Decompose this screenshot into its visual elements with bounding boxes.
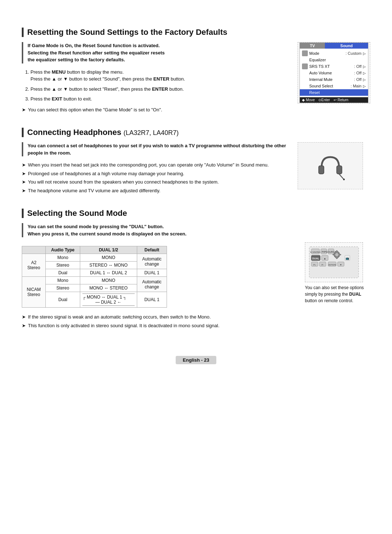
tv-menu-icon bbox=[302, 90, 308, 95]
tv-menu-footer: ◆ Move ⊙Enter ↩ Return bbox=[300, 97, 368, 103]
headphone-note-2: ➤ Prolonged use of headphones at a high … bbox=[22, 170, 290, 177]
section-soundmode-title: Selecting the Sound Mode bbox=[22, 209, 370, 218]
tv-menu-icon bbox=[302, 70, 308, 76]
section-reset-title: Resetting the Sound Settings to the Fact… bbox=[22, 28, 370, 37]
headphones-notes: ➤ When you insert the head set jack into… bbox=[22, 161, 290, 194]
tv-menu-row-srs: SRS TS XT : Off ▷ bbox=[300, 63, 368, 70]
reset-content: If Game Mode is On, the Reset Sound func… bbox=[22, 42, 290, 115]
tv-menu-icon bbox=[302, 83, 308, 89]
tv-menu-row-equalizer: Equalizer bbox=[300, 57, 368, 63]
reset-step-2: Press the ▲ or ▼ button to select "Reset… bbox=[30, 86, 290, 93]
tv-menu-icon bbox=[302, 50, 308, 56]
tv-menu-icon bbox=[302, 57, 308, 63]
headphone-illustration bbox=[298, 142, 363, 189]
headphone-note-3: ➤ You will not receive sound from the sp… bbox=[22, 178, 290, 186]
sound-mode-table: Audio Type DUAL 1/2 Default A2Stereo Mon… bbox=[22, 246, 167, 308]
page-number-wrap: English - 23 bbox=[22, 341, 370, 364]
reset-intro: If Game Mode is On, the Reset Sound func… bbox=[22, 42, 290, 63]
svg-text:▲: ▲ bbox=[324, 257, 326, 260]
tv-menu-header: TV Sound bbox=[300, 43, 368, 49]
tv-menu-icon bbox=[302, 63, 308, 69]
svg-text:P-: P- bbox=[322, 264, 324, 266]
headphone-svg bbox=[316, 151, 345, 180]
tv-menu-row-mode: Mode : Custom ▷ bbox=[300, 50, 368, 57]
svg-text:DUAL: DUAL bbox=[312, 257, 319, 260]
soundmode-remote: E.SAVING PIP SOURCE bbox=[305, 242, 370, 304]
svg-text:3STION: 3STION bbox=[328, 264, 336, 266]
headphone-image bbox=[298, 142, 370, 189]
soundmode-content: You can set the sound mode by pressing t… bbox=[22, 223, 370, 330]
svg-point-3 bbox=[343, 178, 345, 180]
soundmode-intro: You can set the sound mode by pressing t… bbox=[22, 223, 370, 237]
table-row: NICAMStereo Mono MONO Automaticchange bbox=[22, 277, 167, 284]
section-reset: Resetting the Sound Settings to the Fact… bbox=[22, 28, 370, 115]
tv-menu-row-autovolume: Auto Volume : Off ▷ bbox=[300, 70, 368, 76]
headphone-note-1: ➤ When you insert the head set jack into… bbox=[22, 161, 290, 169]
headphone-note-4: ➤ The headphone volume and TV volume are… bbox=[22, 187, 290, 194]
svg-rect-1 bbox=[337, 166, 342, 174]
soundmode-main: Audio Type DUAL 1/2 Default A2Stereo Mon… bbox=[22, 242, 370, 308]
tv-menu-icon bbox=[302, 77, 308, 82]
remote-illustration: E.SAVING PIP SOURCE bbox=[305, 242, 363, 282]
svg-text:E.SAVING: E.SAVING bbox=[310, 251, 320, 253]
svg-rect-0 bbox=[319, 166, 324, 174]
table-row: A2Stereo Mono MONO Automaticchange bbox=[22, 254, 167, 262]
soundmode-note-1: ➤ If the stereo signal is weak and an au… bbox=[22, 313, 370, 321]
svg-line-2 bbox=[339, 174, 343, 179]
headphones-content: You can connect a set of headphones to y… bbox=[22, 142, 290, 196]
section-headphones-title: Connecting Headphones (LA32R7, LA40R7) bbox=[22, 128, 370, 137]
tv-menu-image: TV Sound Mode : Custom ▷ Equalizer bbox=[298, 42, 370, 103]
tv-menu-rows: Mode : Custom ▷ Equalizer SRS TS XT : Of… bbox=[300, 49, 368, 97]
svg-text:P+: P+ bbox=[313, 264, 316, 266]
reset-step-3: Press the EXIT button to exit. bbox=[30, 95, 290, 103]
tv-menu-row-soundselect: Sound Select : Main ▷ bbox=[300, 83, 368, 89]
remote-svg: E.SAVING PIP SOURCE bbox=[309, 246, 359, 279]
svg-point-15 bbox=[335, 253, 339, 256]
tv-menu-row-internalmute: Internal Mute : Off ▷ bbox=[300, 76, 368, 83]
section-headphones: Connecting Headphones (LA32R7, LA40R7) Y… bbox=[22, 128, 370, 196]
soundmode-footer-notes: ➤ If the stereo signal is weak and an au… bbox=[22, 313, 370, 329]
reset-steps: Press the MENU button to display the men… bbox=[30, 69, 290, 103]
soundmode-note-2: ➤ This function is only activated in ste… bbox=[22, 322, 370, 329]
headphones-intro: You can connect a set of headphones to y… bbox=[22, 142, 290, 156]
page-number: English - 23 bbox=[176, 356, 217, 364]
section-soundmode: Selecting the Sound Mode You can set the… bbox=[22, 209, 370, 330]
reset-step-1: Press the MENU button to display the men… bbox=[30, 69, 290, 83]
svg-text:▼: ▼ bbox=[340, 264, 342, 266]
svg-text:📺: 📺 bbox=[346, 256, 349, 260]
soundmode-table-wrap: Audio Type DUAL 1/2 Default A2Stereo Mon… bbox=[22, 242, 298, 308]
tv-menu-row-reset: Reset bbox=[300, 89, 368, 96]
remote-note: You can also set these options simply by… bbox=[305, 284, 370, 304]
reset-notes: ➤ You can select this option when the "G… bbox=[22, 106, 290, 114]
tv-menu-box: TV Sound Mode : Custom ▷ Equalizer bbox=[299, 42, 368, 103]
